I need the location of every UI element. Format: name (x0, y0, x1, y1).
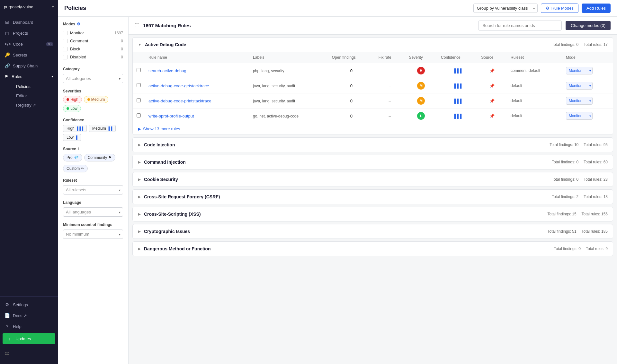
rule-source-3: 📌 (489, 114, 495, 118)
mode-comment-count: 0 (121, 39, 123, 43)
rule-findings-0: 0 (328, 63, 375, 78)
confidence-high-chip[interactable]: High ▐▐▐ (63, 125, 87, 132)
group-header-code-injection[interactable]: ▶ Code Injection Total findings: 10 Tota… (133, 138, 613, 152)
rule-ruleset-2: default (507, 93, 562, 108)
rule-name-link-1[interactable]: active-debug-code-getstacktrace (148, 83, 209, 88)
mode-monitor-checkbox[interactable] (63, 31, 67, 35)
source-community-chip[interactable]: Community ⚑ (84, 154, 116, 161)
change-modes-button[interactable]: Change modes (0) (566, 21, 611, 30)
group-code-injection: ▶ Code Injection Total findings: 10 Tota… (132, 137, 613, 152)
confidence-medium-chip[interactable]: Medium ▐▐ (89, 125, 116, 132)
min-findings-select[interactable]: No minimum (63, 230, 123, 239)
rule-mode-select-1[interactable]: Monitor Comment Block Disabled (566, 82, 593, 90)
sidebar-item-settings[interactable]: ⚙ Settings (0, 299, 58, 310)
sidebar-item-policies[interactable]: Policies (13, 82, 58, 91)
sidebar-bottom: ⚙ Settings 📄 Docs ↗ ? Help ↑ Updates ∞ (0, 296, 58, 364)
sidebar-item-code[interactable]: </> Code 83 (0, 39, 58, 49)
dashboard-icon: ⊞ (4, 20, 10, 25)
rule-modes-gear-icon: ⚙ (546, 6, 550, 11)
rule-mode-select-2[interactable]: Monitor Comment Block Disabled (566, 97, 593, 105)
group-header-command-injection[interactable]: ▶ Command Injection Total findings: 0 To… (133, 155, 613, 169)
group-header-dangerous-method[interactable]: ▶ Dangerous Method or Function Total fin… (133, 242, 613, 256)
rule-name-link-2[interactable]: active-debug-code-printstacktrace (148, 99, 211, 103)
filter-language-section: Language All languages (63, 200, 123, 217)
mode-comment-row: Comment 0 (63, 37, 123, 45)
mode-comment-checkbox[interactable] (63, 39, 67, 43)
pro-gem-icon: 💎 (74, 155, 79, 160)
group-header-csrf[interactable]: ▶ Cross-Site Request Forgery (CSRF) Tota… (133, 190, 613, 204)
rule-confidence-0: ▐▐▐ (453, 68, 462, 73)
mode-disabled-label: Disabled (63, 55, 86, 59)
rule-name-link-3[interactable]: write-pprof-profile-output (148, 114, 194, 118)
group-by-select[interactable]: Group by vulnerability classGroup by sev… (473, 4, 538, 13)
group-crypto: ▶ Cryptographic Issues Total findings: 5… (132, 224, 613, 239)
rule-name-link-0[interactable]: search-active-debug (148, 68, 186, 73)
rule-severity-1: M (417, 82, 425, 90)
sidebar-header[interactable]: purposely-vulne... ▾ (0, 0, 58, 14)
group-rules-xss: Total rules: 156 (582, 212, 608, 216)
rule-modes-button[interactable]: ⚙ Rule Modes (541, 4, 578, 13)
sidebar-item-updates[interactable]: ↑ Updates (3, 333, 55, 344)
group-header-crypto[interactable]: ▶ Cryptographic Issues Total findings: 5… (133, 224, 613, 238)
mode-block-checkbox[interactable] (63, 47, 67, 51)
mode-disabled-checkbox[interactable] (63, 55, 67, 59)
policies-label: Policies (16, 84, 31, 89)
group-chevron-active-debug: ▼ (138, 42, 142, 47)
group-csrf: ▶ Cross-Site Request Forgery (CSRF) Tota… (132, 189, 613, 204)
confidence-low-chip[interactable]: Low ▐ (63, 134, 81, 141)
rule-severity-2: M (417, 97, 425, 105)
show-more-label: Show 13 more rules (143, 126, 180, 131)
community-icon: ⚑ (108, 155, 112, 160)
severity-high-chip[interactable]: High (63, 96, 82, 103)
add-rules-button[interactable]: Add Rules (582, 4, 611, 13)
source-pro-chip[interactable]: Pro 💎 (63, 154, 82, 161)
rule-fixrate-3: – (375, 108, 405, 124)
severity-low-chip[interactable]: Low (63, 105, 81, 112)
group-findings-command-injection: Total findings: 0 (552, 160, 578, 164)
group-cookie-security: ▶ Cookie Security Total findings: 0 Tota… (132, 172, 613, 187)
row-checkbox-1[interactable] (137, 83, 141, 87)
rule-mode-select-3[interactable]: Monitor Comment Block Disabled (566, 112, 593, 120)
sidebar-item-docs[interactable]: 📄 Docs ↗ (0, 310, 58, 321)
select-all-checkbox[interactable] (135, 23, 139, 27)
group-title-command-injection: Command Injection (144, 160, 552, 165)
logo-area: ∞ (0, 345, 58, 361)
group-stats-active-debug: Total findings: 0 Total rules: 17 (552, 42, 608, 47)
ruleset-select[interactable]: All rulesets (63, 185, 123, 195)
row-checkbox-0[interactable] (137, 68, 141, 72)
th-source: Source (477, 52, 507, 63)
group-chevron-dangerous-method: ▶ (138, 247, 141, 251)
sidebar-item-editor[interactable]: Editor (13, 91, 58, 100)
updates-label: Updates (15, 336, 31, 341)
group-by-wrapper: Group by vulnerability classGroup by sev… (473, 4, 538, 13)
group-header-xss[interactable]: ▶ Cross-Site-Scripting (XSS) Total findi… (133, 207, 613, 221)
sidebar-item-secrets[interactable]: 🔑 Secrets (0, 49, 58, 60)
th-fix-rate: Fix rate (375, 52, 405, 63)
sidebar-item-supply-chain[interactable]: 🔗 Supply Chain (0, 60, 58, 71)
sidebar-item-rules[interactable]: ⚑ Rules ▾ (0, 71, 58, 82)
group-rules-command-injection: Total rules: 60 (584, 160, 608, 164)
row-checkbox-3[interactable] (137, 113, 141, 117)
sidebar-item-registry[interactable]: Registry ↗ (13, 100, 58, 110)
rule-mode-select-0[interactable]: Monitor Comment Block Disabled (566, 67, 593, 74)
conf-high-bar-icon: ▐▐▐ (76, 126, 83, 130)
sidebar-item-projects[interactable]: ◻ Projects (0, 28, 58, 39)
sidebar-item-help[interactable]: ? Help (0, 321, 58, 332)
rules-submenu: Policies Editor Registry ↗ (0, 82, 58, 110)
category-select[interactable]: All categories (63, 74, 123, 83)
language-select[interactable]: All languages (63, 207, 123, 217)
th-ruleset: Ruleset (507, 52, 562, 63)
sidebar-item-dashboard[interactable]: ⊞ Dashboard (0, 17, 58, 28)
search-input[interactable] (478, 21, 562, 30)
rules-table-active-debug: Rule name Labels Open findings Fix rate … (133, 52, 613, 123)
group-header-active-debug-code[interactable]: ▼ Active Debug Code Total findings: 0 To… (133, 38, 613, 52)
group-header-cookie-security[interactable]: ▶ Cookie Security Total findings: 0 Tota… (133, 172, 613, 186)
group-findings-crypto: Total findings: 51 (548, 229, 577, 234)
custom-edit-icon: ✏ (81, 166, 84, 171)
severity-medium-chip[interactable]: Medium (84, 96, 109, 103)
filter-severities-section: Severities High Medium Low (63, 89, 123, 112)
rule-fixrate-0: – (375, 63, 405, 78)
show-more-button[interactable]: ▶ Show 13 more rules (133, 123, 613, 134)
source-custom-chip[interactable]: Custom ✏ (63, 165, 88, 172)
row-checkbox-2[interactable] (137, 98, 141, 102)
